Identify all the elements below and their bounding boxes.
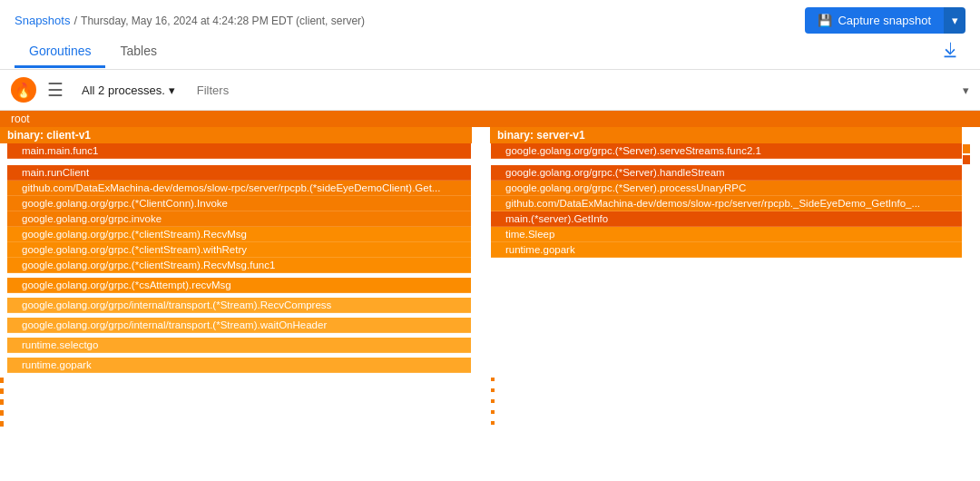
binary-divider — [472, 127, 490, 143]
flame-row-6: google.golang.org/grpc.(*clientStream).R… — [0, 227, 980, 242]
capture-snapshot-dropdown[interactable]: ▾ — [944, 7, 965, 34]
client-frame-8[interactable]: google.golang.org/grpc.(*clientStream).R… — [7, 258, 471, 273]
process-dropdown-icon: ▾ — [169, 83, 175, 97]
client-frame-1-container: main.main.func1 — [0, 143, 473, 165]
download-icon[interactable] — [935, 35, 965, 69]
client-frame-5[interactable]: google.golang.org/grpc.invoke — [7, 211, 471, 227]
client-frame-3[interactable]: github.com/DataExMachina-dev/demos/slow-… — [7, 181, 471, 196]
flame-icon: 🔥 — [11, 77, 36, 103]
tabs-row: Goroutines Tables — [15, 35, 965, 69]
server-empty-11 — [491, 318, 962, 338]
flame-row-11: google.golang.org/grpc/internal/transpor… — [0, 318, 980, 338]
server-empty-8 — [491, 258, 962, 278]
client-frame-6[interactable]: google.golang.org/grpc.(*clientStream).R… — [7, 227, 471, 242]
client-frame-4-container: google.golang.org/grpc.(*ClientConn).Inv… — [0, 196, 473, 211]
root-row: root — [0, 111, 980, 127]
client-frame-11[interactable]: google.golang.org/grpc/internal/transpor… — [7, 318, 471, 333]
flame-area: main.main.func1 google.golang.org/grpc.(… — [0, 143, 980, 432]
save-icon: 💾 — [818, 14, 832, 27]
server-frame-2-container: google.golang.org/grpc.(*Server).handleS… — [491, 165, 962, 181]
tab-goroutines[interactable]: Goroutines — [15, 36, 105, 68]
server-frame-2[interactable]: google.golang.org/grpc.(*Server).handleS… — [491, 165, 962, 181]
tab-tables[interactable]: Tables — [105, 36, 171, 68]
client-frame-7-container: google.golang.org/grpc.(*clientStream).w… — [0, 242, 473, 258]
flame-gap-5 — [473, 211, 491, 227]
flame-row-12: runtime.selectgo — [0, 338, 980, 358]
flame-gap-10 — [473, 298, 491, 318]
client-frame-1[interactable]: main.main.func1 — [7, 143, 471, 159]
toolbar: 🔥 ☰ All 2 processes. ▾ ▾ — [0, 70, 980, 111]
breadcrumb-date: Thursday, May 16, 2024 at 4:24:28 PM EDT… — [81, 15, 365, 27]
server-frame-6-container: time.Sleep — [491, 227, 962, 242]
flame-row-8: google.golang.org/grpc.(*clientStream).R… — [0, 258, 980, 278]
tabs: Goroutines Tables — [15, 36, 172, 68]
server-frame-6[interactable]: time.Sleep — [491, 227, 962, 242]
client-frame-2-container: main.runClient — [0, 165, 473, 181]
chevron-down-icon: ▾ — [952, 14, 958, 27]
breadcrumb-snapshots[interactable]: Snapshots — [15, 14, 70, 27]
client-frame-8-container: google.golang.org/grpc.(*clientStream).R… — [0, 258, 473, 278]
flame-row-13: runtime.gopark — [0, 358, 980, 378]
flame-gap-1 — [473, 143, 491, 165]
process-selector[interactable]: All 2 processes. ▾ — [74, 80, 182, 101]
client-frame-12[interactable]: runtime.selectgo — [7, 338, 471, 353]
client-frame-5-container: google.golang.org/grpc.invoke — [0, 211, 473, 227]
client-frame-10[interactable]: google.golang.org/grpc/internal/transpor… — [7, 298, 471, 313]
flame-gap-13 — [473, 358, 491, 378]
server-binary-header: binary: server-v1 — [490, 127, 962, 143]
flame-gap-7 — [473, 242, 491, 258]
client-frame-13-container: runtime.gopark — [0, 358, 473, 378]
server-frame-7-container: runtime.gopark — [491, 242, 962, 258]
flame-row-2: main.runClient google.golang.org/grpc.(*… — [0, 165, 980, 181]
breadcrumb-row: Snapshots / Thursday, May 16, 2024 at 4:… — [15, 4, 965, 35]
breadcrumb: Snapshots / Thursday, May 16, 2024 at 4:… — [15, 14, 365, 27]
breadcrumb-separator: / — [74, 14, 77, 27]
server-frame-4[interactable]: github.com/DataExMachina-dev/demos/slow-… — [491, 196, 962, 211]
server-frame-5[interactable]: main.(*server).GetInfo — [491, 211, 962, 227]
flame-row-4: google.golang.org/grpc.(*ClientConn).Inv… — [0, 196, 980, 211]
flame-gap-4 — [473, 196, 491, 211]
flame-row-9: google.golang.org/grpc.(*csAttempt).recv… — [0, 278, 980, 298]
server-frame-5-container: main.(*server).GetInfo — [491, 211, 962, 227]
server-frame-1[interactable]: google.golang.org/grpc.(*Server).serveSt… — [491, 143, 962, 159]
client-frame-13[interactable]: runtime.gopark — [7, 358, 471, 373]
client-frame-2[interactable]: main.runClient — [7, 165, 471, 181]
flame-gap-8 — [473, 258, 491, 278]
menu-icon[interactable]: ☰ — [44, 77, 67, 103]
binary-header-row: binary: client-v1 binary: server-v1 — [0, 127, 980, 143]
client-frame-9[interactable]: google.golang.org/grpc.(*csAttempt).recv… — [7, 278, 471, 293]
capture-snapshot-button[interactable]: 💾 Capture snapshot — [805, 7, 944, 34]
header: Snapshots / Thursday, May 16, 2024 at 4:… — [0, 0, 980, 70]
flame-row-5: google.golang.org/grpc.invoke main.(*ser… — [0, 211, 980, 227]
client-frame-4[interactable]: google.golang.org/grpc.(*ClientConn).Inv… — [7, 196, 471, 211]
client-frame-3-container: github.com/DataExMachina-dev/demos/slow-… — [0, 181, 473, 196]
server-empty-13 — [491, 358, 962, 378]
process-label: All 2 processes. — [82, 83, 165, 97]
server-empty-12 — [491, 338, 962, 358]
flame-row-3: github.com/DataExMachina-dev/demos/slow-… — [0, 181, 980, 196]
capture-button-group: 💾 Capture snapshot ▾ — [805, 7, 965, 34]
client-binary-header: binary: client-v1 — [0, 127, 472, 143]
client-frame-11-container: google.golang.org/grpc/internal/transpor… — [0, 318, 473, 338]
flame-row-1: main.main.func1 google.golang.org/grpc.(… — [0, 143, 980, 165]
flame-gap-11 — [473, 318, 491, 338]
client-frame-6-container: google.golang.org/grpc.(*clientStream).R… — [0, 227, 473, 242]
server-frame-3-container: google.golang.org/grpc.(*Server).process… — [491, 181, 962, 196]
server-empty-9 — [491, 278, 962, 298]
flame-row-7: google.golang.org/grpc.(*clientStream).w… — [0, 242, 980, 258]
filters-input[interactable] — [190, 80, 956, 101]
server-frame-7[interactable]: runtime.gopark — [491, 242, 962, 258]
filter-dropdown-icon[interactable]: ▾ — [963, 83, 969, 97]
flame-gap-2 — [473, 165, 491, 181]
server-frame-1-container: google.golang.org/grpc.(*Server).serveSt… — [491, 143, 962, 165]
client-frame-9-container: google.golang.org/grpc.(*csAttempt).recv… — [0, 278, 473, 298]
flame-gap-3 — [473, 181, 491, 196]
flame-row-10: google.golang.org/grpc/internal/transpor… — [0, 298, 980, 318]
flame-gap-12 — [473, 338, 491, 358]
server-frame-4-container: github.com/DataExMachina-dev/demos/slow-… — [491, 196, 962, 211]
goroutine-area[interactable]: root binary: client-v1 binary: server-v1… — [0, 111, 980, 481]
capture-btn-label: Capture snapshot — [838, 14, 931, 27]
flame-bottom — [0, 378, 980, 432]
server-frame-3[interactable]: google.golang.org/grpc.(*Server).process… — [491, 181, 962, 196]
client-frame-7[interactable]: google.golang.org/grpc.(*clientStream).w… — [7, 242, 471, 258]
